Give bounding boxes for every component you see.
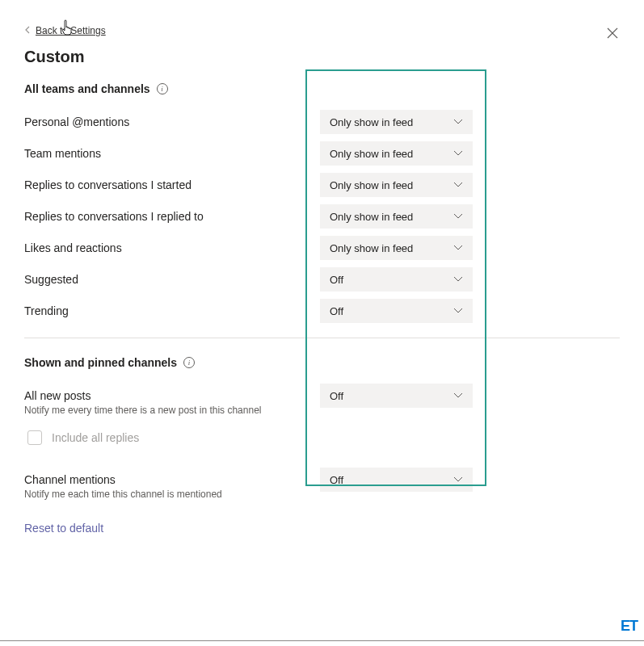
section-divider xyxy=(24,338,620,338)
dropdown-value: Off xyxy=(330,390,343,402)
chevron-left-icon xyxy=(24,26,31,36)
dropdown-value: Only show in feed xyxy=(330,242,413,254)
setting-label-replies-started: Replies to conversations I started xyxy=(24,178,320,191)
chevron-down-icon xyxy=(453,117,463,127)
chevron-down-icon xyxy=(453,149,463,158)
setting-label-trending: Trending xyxy=(24,304,320,317)
setting-label-replies-replied: Replies to conversations I replied to xyxy=(24,210,320,223)
dropdown-suggested[interactable]: Off xyxy=(320,267,473,292)
section-all-teams-heading: All teams and channels i xyxy=(24,82,620,95)
close-icon xyxy=(607,27,618,39)
info-icon[interactable]: i xyxy=(183,357,195,368)
footer-divider xyxy=(0,640,644,641)
setting-subtext-all-new-posts: Notify me every time there is a new post… xyxy=(24,405,320,416)
dropdown-team-mentions[interactable]: Only show in feed xyxy=(320,141,473,166)
back-to-settings-link[interactable]: Back to Settings xyxy=(24,25,106,36)
dropdown-value: Only show in feed xyxy=(330,179,413,191)
setting-label-all-new-posts: All new posts xyxy=(24,389,320,402)
checkbox-include-all-replies[interactable] xyxy=(27,430,42,445)
setting-label-channel-mentions: Channel mentions xyxy=(24,473,320,486)
section-heading-label: Shown and pinned channels xyxy=(24,356,177,369)
dropdown-personal-mentions[interactable]: Only show in feed xyxy=(320,110,473,134)
section-heading-label: All teams and channels xyxy=(24,82,150,95)
dropdown-trending[interactable]: Off xyxy=(320,299,473,323)
dropdown-value: Only show in feed xyxy=(330,116,413,128)
chevron-down-icon xyxy=(453,475,463,484)
dropdown-replies-started[interactable]: Only show in feed xyxy=(320,173,473,197)
dropdown-all-new-posts[interactable]: Off xyxy=(320,384,473,408)
dropdown-value: Off xyxy=(330,305,343,317)
setting-subtext-channel-mentions: Notify me each time this channel is ment… xyxy=(24,489,320,500)
setting-label-likes-reactions: Likes and reactions xyxy=(24,241,320,254)
chevron-down-icon xyxy=(453,212,463,221)
dropdown-value: Only show in feed xyxy=(330,211,413,223)
back-link-label: Back to Settings xyxy=(36,25,106,36)
chevron-down-icon xyxy=(453,180,463,190)
setting-label-suggested: Suggested xyxy=(24,273,320,286)
close-button[interactable] xyxy=(604,24,621,44)
reset-to-default-link[interactable]: Reset to default xyxy=(24,522,103,535)
chevron-down-icon xyxy=(453,306,463,316)
dropdown-value: Off xyxy=(330,274,343,286)
chevron-down-icon xyxy=(453,275,463,284)
chevron-down-icon xyxy=(453,243,463,253)
setting-label-personal-mentions: Personal @mentions xyxy=(24,115,320,128)
dropdown-likes-reactions[interactable]: Only show in feed xyxy=(320,236,473,260)
dropdown-channel-mentions[interactable]: Off xyxy=(320,468,473,492)
checkbox-label-include-replies: Include all replies xyxy=(52,431,139,444)
dropdown-value: Only show in feed xyxy=(330,148,413,160)
section-shown-pinned-heading: Shown and pinned channels i xyxy=(24,356,620,369)
dropdown-value: Off xyxy=(330,474,343,486)
dropdown-replies-replied[interactable]: Only show in feed xyxy=(320,204,473,229)
chevron-down-icon xyxy=(453,391,463,401)
footer-logo: ET xyxy=(621,618,638,635)
info-icon[interactable]: i xyxy=(157,83,168,94)
page-title: Custom xyxy=(24,48,620,66)
setting-label-team-mentions: Team mentions xyxy=(24,147,320,160)
